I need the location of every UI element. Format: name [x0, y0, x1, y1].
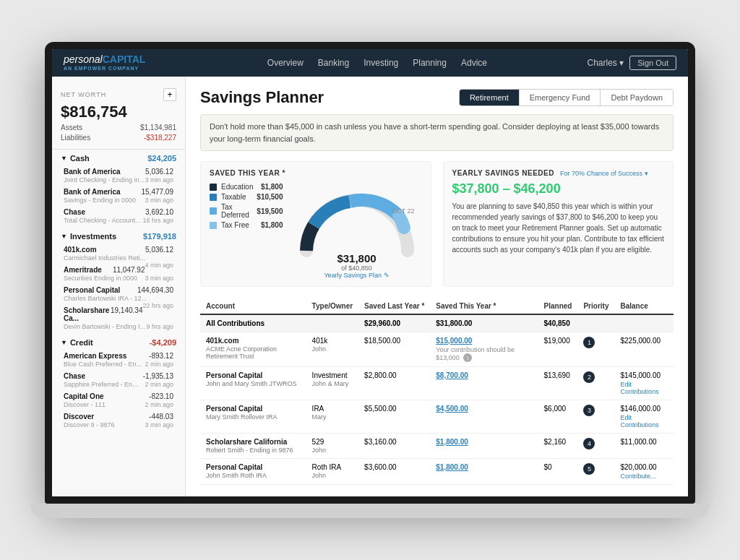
page-header: Savings Planner Retirement Emergency Fun…	[200, 88, 674, 107]
add-account-button[interactable]: +	[163, 88, 176, 101]
liabilities-value: -$318,227	[144, 134, 176, 142]
credit-section-header[interactable]: ▼ Credit -$4,209	[61, 338, 176, 347]
acct-pc-ira: Personal Capital Mary Smith Rollover IRA	[200, 400, 306, 434]
contribute-pc-roth[interactable]: Contribute...	[620, 473, 668, 480]
list-item[interactable]: American Express-893.12 Blue Cash Prefer…	[61, 350, 176, 370]
sidebar: NET WORTH + $816,754 Assets $1,134,981 L…	[52, 77, 186, 496]
savings-table: Account Type/Owner Saved Last Year * Sav…	[200, 298, 674, 485]
legend-tax-deferred-dot	[210, 207, 217, 215]
yearly-needed-label: Yearly Savings Needed	[452, 169, 554, 177]
top-nav: personalCAPITAL AN EMPOWER COMPANY Overv…	[52, 49, 688, 77]
investments-section-header[interactable]: ▼ Investments $179,918	[61, 232, 176, 241]
gauge-center: $31,800 of $40,850 Yearly Savings Plan ✎	[324, 252, 389, 279]
list-item[interactable]: 401k.com5,036.12 Carmichael Industries R…	[61, 244, 176, 264]
list-item[interactable]: Chase3,692.10 Total Checking - Account..…	[61, 206, 176, 226]
planned-pc-roth: $0	[538, 459, 578, 485]
acct-scholarshare: Scholarshare California Robert Smith - E…	[200, 434, 306, 459]
priority-pc-invest: 2	[577, 367, 614, 400]
col-saved-last: Saved Last Year *	[358, 298, 430, 314]
legend-tax-free: Tax Free $1,800	[210, 221, 283, 229]
col-balance: Balance	[614, 298, 674, 314]
success-chance-badge[interactable]: For 70% Chance of Success ▾	[560, 170, 648, 177]
saved-this-year-401k[interactable]: $15,000.00	[436, 337, 472, 345]
balance-scholarshare: $11,000.00	[614, 434, 674, 459]
list-item[interactable]: Bank of America15,477.09 Savings - Endin…	[61, 186, 176, 206]
acct-401k: 401k.com ACME Acne Corporation Retiremen…	[200, 332, 306, 367]
logo: personalCAPITAL AN EMPOWER COMPANY	[64, 54, 145, 71]
gauge-date: OCT 22	[392, 207, 414, 215]
saved-this-year-pc-ira[interactable]: $4,500.00	[436, 405, 468, 413]
credit-label: Credit	[70, 338, 93, 347]
nav-investing[interactable]: Investing	[363, 55, 398, 71]
signout-button[interactable]: Sign Out	[629, 56, 676, 70]
saved-this-year-pc-roth[interactable]: $1,800.00	[436, 463, 468, 471]
col-type-owner: Type/Owner	[306, 298, 359, 314]
nav-planning[interactable]: Planning	[413, 55, 447, 71]
legend-tax-free-dot	[210, 222, 217, 229]
cash-section-header[interactable]: ▼ Cash $24,205	[61, 154, 176, 163]
cash-label: Cash	[70, 154, 90, 163]
list-item[interactable]: Personal Capital144,694.30 Charles Barto…	[61, 284, 176, 304]
gauge-svg	[292, 186, 422, 258]
sidebar-credit-section: ▼ Credit -$4,209 American Express-893.12…	[52, 334, 185, 432]
totals-type	[306, 314, 359, 332]
credit-chevron-icon: ▼	[61, 339, 67, 346]
planned-401k: $19,000	[538, 332, 578, 367]
col-saved-this: Saved This Year *	[430, 298, 538, 314]
nav-overview[interactable]: Overview	[267, 55, 304, 71]
nav-links: Overview Banking Investing Planning Advi…	[167, 55, 587, 71]
saved-this-year-pc-invest[interactable]: $8,700.00	[436, 371, 468, 379]
this-pc-ira: $4,500.00	[430, 400, 538, 434]
priority-401k: 1	[577, 332, 614, 367]
this-pc-roth: $1,800.00	[430, 459, 538, 485]
page-title: Savings Planner	[200, 88, 324, 107]
balance-401k: $225,000.00	[614, 332, 674, 367]
list-item[interactable]: Bank of America5,036.12 Joint Checking -…	[61, 165, 176, 186]
saved-this-year-scholarshare[interactable]: $1,800.00	[436, 438, 468, 446]
tab-group: Retirement Emergency Fund Debt Paydown	[459, 89, 674, 106]
edit-contributions-pc-ira[interactable]: Edit Contributions	[620, 414, 668, 428]
sidebar-investments-section: ▼ Investments $179,918 401k.com5,036.12 …	[52, 228, 185, 334]
type-scholarshare: 529 John	[306, 434, 359, 459]
liabilities-label: Liabilities	[61, 134, 90, 142]
investments-total: $179,918	[143, 232, 176, 241]
tab-debt-paydown[interactable]: Debt Paydown	[600, 90, 673, 105]
net-worth-value: $816,754	[61, 103, 176, 121]
nav-banking[interactable]: Banking	[318, 55, 349, 71]
balance-pc-ira: $146,000.00Edit Contributions	[614, 400, 674, 434]
net-worth-section: NET WORTH + $816,754 Assets $1,134,981 L…	[52, 84, 185, 150]
list-item[interactable]: Capital One-823.10 Discover - 111 2 min …	[61, 390, 176, 410]
table-row: Personal Capital Mary Smith Rollover IRA…	[200, 400, 674, 434]
saved-this-year-panel: Saved This Year * Education $1,800	[200, 161, 431, 287]
legend-items: Education $1,800 Taxable $10,500	[210, 183, 283, 273]
last-pc-roth: $3,600.00	[358, 459, 430, 485]
legend-education: Education $1,800	[210, 183, 283, 191]
logo-sub: AN EMPOWER COMPANY	[64, 66, 145, 72]
saved-panel-title: Saved This Year *	[210, 169, 422, 177]
table-row: Personal Capital John Smith Roth IRA Rot…	[200, 459, 674, 485]
this-401k: $15,000.00 Your contribution should be $…	[430, 332, 538, 367]
totals-planned: $40,850	[538, 314, 578, 332]
list-item[interactable]: Chase-1,935.13 Sapphire Preferred - En..…	[61, 370, 176, 390]
gauge-plan[interactable]: Yearly Savings Plan ✎	[324, 272, 389, 279]
nav-advice[interactable]: Advice	[461, 55, 487, 71]
assets-liabilities-row: Assets $1,134,981	[61, 124, 176, 132]
gauge-of: of $40,850	[324, 264, 389, 272]
info-icon[interactable]: i	[463, 353, 472, 362]
totals-account: All Contributions	[200, 314, 306, 332]
tab-emergency-fund[interactable]: Emergency Fund	[519, 90, 601, 105]
acct-pc-roth: Personal Capital John Smith Roth IRA	[200, 459, 306, 485]
gauge-amount: $31,800	[324, 252, 389, 264]
priority-scholarshare: 4	[577, 434, 614, 459]
type-pc-roth: Roth IRA John	[306, 459, 359, 485]
nav-user[interactable]: Charles ▾	[588, 58, 624, 68]
info-banner: Don't hold more than $45,000 in cash unl…	[200, 114, 674, 151]
tab-retirement[interactable]: Retirement	[460, 90, 519, 105]
edit-contributions-pc-invest[interactable]: Edit Contributions	[620, 381, 668, 395]
list-item[interactable]: Discover-448.03 Discover 9 - 9876 3 min …	[61, 410, 176, 431]
priority-pc-ira: 3	[577, 400, 614, 434]
planned-scholarshare: $2,160	[538, 434, 578, 459]
cash-total: $24,205	[147, 154, 176, 163]
table-row: Scholarshare California Robert Smith - E…	[200, 434, 674, 459]
table-header-row: Account Type/Owner Saved Last Year * Sav…	[200, 298, 674, 314]
